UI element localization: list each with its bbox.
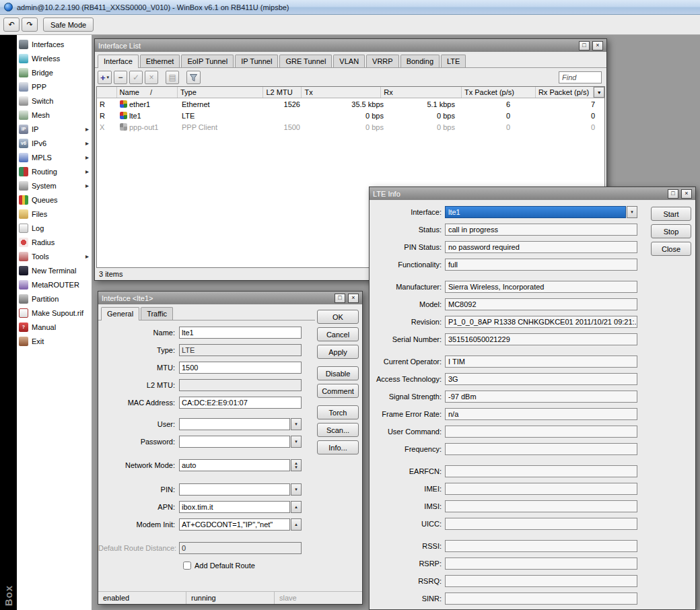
sidebar-item-mpls[interactable]: MPLS▸ [17, 150, 92, 164]
disable-button[interactable]: Disable [317, 366, 359, 380]
tab-gre-tunnel[interactable]: GRE Tunnel [279, 55, 332, 67]
interface-dialog-titlebar[interactable]: Interface <lte1> □ × [98, 292, 362, 304]
comment-button[interactable]: ▤ [166, 71, 179, 84]
os-titlebar[interactable]: admin@10.2.2.190 (RB411_XXSS0000_V010) -… [0, 0, 700, 15]
torch-button[interactable]: Torch [317, 405, 359, 419]
lte-info-titlebar[interactable]: LTE Info □ × [370, 187, 695, 200]
apply-button[interactable]: Apply [317, 345, 359, 359]
user-dropdown-button[interactable]: ▼ [291, 418, 302, 430]
sidebar-item-ip[interactable]: IP▸ [17, 122, 92, 136]
apn-input[interactable] [179, 501, 290, 513]
tab-ip-tunnel[interactable]: IP Tunnel [235, 55, 278, 67]
maximize-button[interactable]: □ [668, 189, 678, 199]
user-command-input[interactable] [445, 426, 637, 438]
column-flags[interactable] [97, 87, 117, 98]
comment-button[interactable]: Comment [317, 384, 359, 398]
pin-dropdown-button[interactable]: ▼ [291, 483, 302, 496]
column-rx[interactable]: Rx [381, 87, 462, 98]
add-button[interactable]: +▾ [98, 71, 112, 84]
modem-init-up-button[interactable]: ▲ [291, 518, 302, 531]
start-button[interactable]: Start [651, 207, 691, 221]
tab-vrrp[interactable]: VRRP [366, 55, 399, 67]
column-tx-packet[interactable]: Tx Packet (p/s) [462, 87, 536, 98]
close-button[interactable]: × [681, 189, 692, 199]
sidebar-item-partition[interactable]: Partition [17, 292, 92, 306]
disable-button[interactable]: × [145, 71, 158, 84]
maximize-button[interactable]: □ [335, 294, 345, 303]
remove-button[interactable]: − [114, 71, 127, 84]
tab-ethernet[interactable]: Ethernet [140, 55, 180, 67]
column-type[interactable]: Type [178, 87, 264, 98]
pin-input[interactable] [179, 483, 290, 496]
sidebar-item-files[interactable]: Files [17, 207, 92, 221]
chevron-down-icon: ▾ [107, 75, 110, 80]
column-name[interactable]: Name/ [117, 87, 178, 98]
network-mode-updown-button[interactable]: ▲▼ [291, 459, 302, 471]
interface-list-titlebar[interactable]: Interface List □ × [95, 39, 606, 52]
undo-button[interactable]: ↶ [3, 18, 20, 32]
find-input[interactable] [559, 71, 602, 83]
sidebar-item-exit[interactable]: Exit [17, 334, 92, 348]
apn-up-button[interactable]: ▲ [291, 501, 302, 513]
close-button[interactable]: × [348, 294, 359, 303]
tab-interface[interactable]: Interface [98, 55, 139, 68]
sidebar-item-ppp[interactable]: PPP [17, 79, 92, 94]
scan-button[interactable]: Scan... [317, 423, 359, 437]
sidebar-item-bridge[interactable]: Bridge [17, 65, 92, 79]
sidebar-item-metarouter[interactable]: MetaROUTER [17, 277, 92, 292]
sidebar-item-manual[interactable]: Manual [17, 320, 92, 334]
tab-general[interactable]: General [101, 307, 139, 320]
tab-eoip-tunnel[interactable]: EoIP Tunnel [181, 55, 234, 67]
filter-button[interactable] [186, 71, 201, 84]
interface-dropdown-button[interactable]: ▼ [627, 206, 637, 218]
sidebar-item-new-terminal[interactable]: New Terminal [17, 263, 92, 277]
sidebar-item-ipv6[interactable]: IPv6▸ [17, 136, 92, 150]
close-button[interactable]: × [592, 41, 603, 50]
stop-button[interactable]: Stop [651, 224, 691, 238]
sidebar-item-routing[interactable]: Routing▸ [17, 164, 92, 178]
mac-address-input[interactable] [179, 397, 302, 409]
sidebar-item-tools[interactable]: Tools▸ [17, 249, 92, 263]
info-button[interactable]: Info... [317, 440, 359, 454]
mtu-input[interactable] [179, 362, 302, 374]
sidebar-item-make-supout[interactable]: Make Supout.rif [17, 306, 92, 320]
sidebar-item-wireless[interactable]: Wireless [17, 51, 92, 65]
name-input[interactable] [179, 327, 302, 339]
ok-button[interactable]: OK [317, 310, 359, 324]
enable-button[interactable]: ✓ [129, 71, 143, 84]
sidebar-item-switch[interactable]: Switch [17, 94, 92, 108]
modem-init-input[interactable] [179, 518, 290, 531]
maximize-button[interactable]: □ [579, 41, 590, 50]
sidebar-item-radius[interactable]: Radius [17, 235, 92, 249]
interface-combo[interactable]: lte1 [445, 206, 626, 218]
password-dropdown-button[interactable]: ▼ [291, 436, 302, 448]
sidebar-item-queues[interactable]: Queues [17, 193, 92, 207]
table-row-ppp-out1[interactable]: X ppp-out1 PPP Client 1500 0 bps 0 bps 0… [97, 121, 604, 133]
user-input[interactable] [179, 418, 290, 430]
tab-vlan[interactable]: VLAN [333, 55, 365, 67]
cancel-button[interactable]: Cancel [317, 327, 359, 341]
network-mode-input[interactable] [179, 459, 290, 471]
lte-info-buttons: Start Stop Close [651, 207, 691, 256]
column-select-button[interactable]: ▼ [594, 87, 604, 98]
redo-button[interactable]: ↷ [22, 18, 38, 32]
table-row-lte1[interactable]: R lte1 LTE 0 bps 0 bps 0 0 [97, 110, 604, 121]
sidebar-item-interfaces[interactable]: Interfaces [17, 37, 92, 51]
sidebar-item-log[interactable]: Log [17, 221, 92, 235]
ppp-icon [19, 82, 28, 92]
cell-tx: 0 bps [306, 121, 386, 133]
row-serial-number: Serial Number: 351516050021229 [370, 333, 647, 345]
table-row-ether1[interactable]: R ether1 Ethernet 1526 35.5 kbps 5.1 kbp… [97, 98, 604, 110]
sidebar-item-system[interactable]: System▸ [17, 178, 92, 193]
column-rx-packet[interactable]: Rx Packet (p/s) [536, 87, 594, 98]
column-tx[interactable]: Tx [302, 87, 381, 98]
column-l2mtu[interactable]: L2 MTU [263, 87, 302, 98]
tab-traffic[interactable]: Traffic [141, 307, 173, 320]
safe-mode-button[interactable]: Safe Mode [43, 18, 94, 32]
tab-lte[interactable]: LTE [441, 55, 466, 67]
close-action-button[interactable]: Close [651, 242, 691, 256]
password-input[interactable] [179, 436, 290, 448]
tab-bonding[interactable]: Bonding [400, 55, 440, 67]
sidebar-item-mesh[interactable]: Mesh [17, 108, 92, 122]
add-default-route-checkbox[interactable] [183, 562, 191, 570]
